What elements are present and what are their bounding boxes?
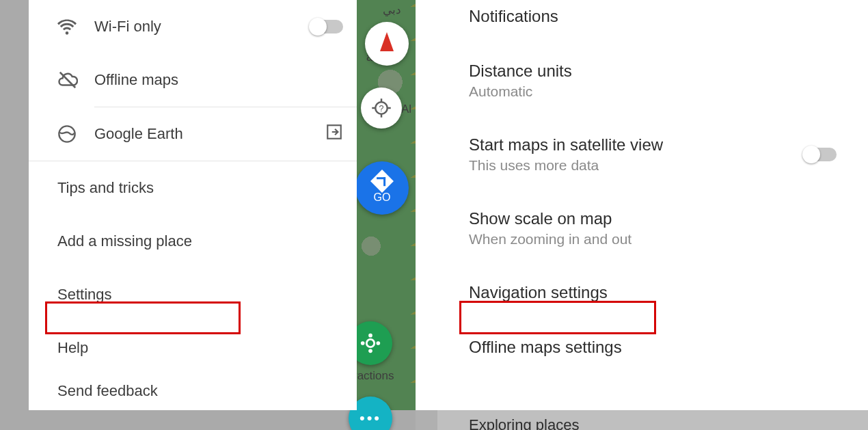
menu-item-settings[interactable]: Settings <box>29 268 357 321</box>
setting-title: Show scale on map <box>469 209 837 228</box>
compass-north-icon <box>380 32 394 51</box>
svg-point-7 <box>368 334 372 338</box>
more-dots-icon: ••• <box>360 409 381 427</box>
attractions-icon <box>359 332 382 355</box>
earth-icon <box>57 124 94 144</box>
setting-satellite-view[interactable]: Start maps in satellite view This uses m… <box>437 118 868 191</box>
setting-title-partial: Exploring places <box>469 416 579 430</box>
setting-show-scale[interactable]: Show scale on map When zooming in and ou… <box>437 191 868 265</box>
svg-point-9 <box>361 341 365 345</box>
svg-point-10 <box>377 341 381 345</box>
menu-item-offline-maps[interactable]: Offline maps <box>29 53 357 107</box>
menu-item-google-earth[interactable]: Google Earth <box>29 107 357 161</box>
turn-right-icon <box>370 170 394 193</box>
svg-point-8 <box>368 349 372 353</box>
locate-me-button[interactable]: ? <box>361 88 402 129</box>
menu-item-label: Google Earth <box>94 125 325 143</box>
setting-title: Distance units <box>469 62 837 81</box>
setting-subtitle: Automatic <box>469 83 837 100</box>
open-in-icon <box>325 123 343 145</box>
go-button[interactable]: GO <box>355 161 409 215</box>
menu-item-label: Settings <box>57 286 112 304</box>
setting-notifications[interactable]: Notifications <box>437 0 868 44</box>
menu-item-help[interactable]: Help <box>29 321 357 375</box>
compass-button[interactable] <box>365 22 409 66</box>
svg-text:?: ? <box>379 104 384 113</box>
menu-item-label: Tips and tricks <box>57 179 154 197</box>
crosshair-question-icon: ? <box>371 98 392 118</box>
setting-offline-maps-settings[interactable]: Offline maps settings <box>437 320 868 375</box>
menu-item-label: Send feedback <box>57 382 158 400</box>
setting-navigation-settings[interactable]: Navigation settings <box>437 265 868 320</box>
menu-item-send-feedback[interactable]: Send feedback <box>29 375 357 407</box>
setting-subtitle: When zooming in and out <box>469 231 837 247</box>
menu-item-add-missing-place[interactable]: Add a missing place <box>29 215 357 268</box>
setting-title: Offline maps settings <box>469 338 837 357</box>
wifi-only-toggle[interactable] <box>310 20 343 33</box>
wifi-icon <box>57 17 94 36</box>
setting-distance-units[interactable]: Distance units Automatic <box>437 44 868 118</box>
settings-partial-next: Exploring places <box>437 410 868 430</box>
menu-item-label: Wi-Fi only <box>94 18 310 36</box>
setting-subtitle: This uses more data <box>469 157 790 174</box>
setting-title: Start maps in satellite view <box>469 135 790 154</box>
setting-title: Notifications <box>469 7 837 26</box>
satellite-view-toggle[interactable] <box>804 148 837 161</box>
svg-point-6 <box>366 339 374 347</box>
menu-item-tips-and-tricks[interactable]: Tips and tricks <box>29 161 357 215</box>
menu-item-label: Offline maps <box>94 71 343 89</box>
go-label: GO <box>374 191 391 204</box>
cloud-off-icon <box>57 70 94 90</box>
settings-list: Notifications Distance units Automatic S… <box>437 0 868 430</box>
menu-item-label: Help <box>57 339 88 357</box>
menu-item-wifi-only[interactable]: Wi-Fi only <box>29 0 357 53</box>
menu-item-label: Add a missing place <box>57 232 192 250</box>
navigation-drawer: Wi-Fi only Offline maps Google Earth Tip… <box>29 0 357 410</box>
setting-title: Navigation settings <box>469 283 837 302</box>
left-pane: دبي ab Al ractions ? GO ••• <box>0 0 416 430</box>
